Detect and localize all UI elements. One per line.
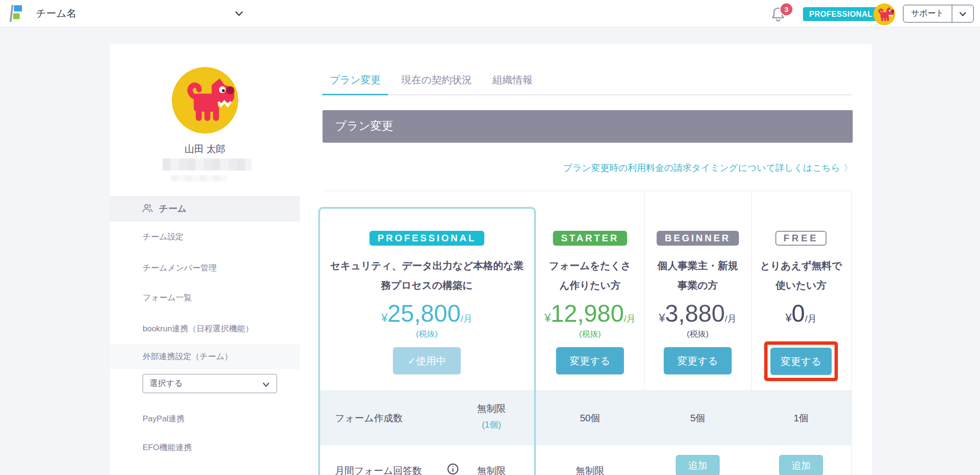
tab-organization-info[interactable]: 組織情報 — [485, 73, 540, 94]
plan-description-free: とりあえず無料で使いたい方 — [757, 256, 845, 295]
current-plan-badge: PROFESSIONAL — [803, 7, 879, 21]
select-chevron-icon — [261, 378, 271, 389]
plan-badge-professional: PROFESSIONAL — [369, 231, 484, 246]
team-name[interactable]: チーム名 — [36, 0, 77, 27]
sidebar-item-efo-integration[interactable]: EFO機能連携 — [110, 435, 300, 460]
price-amount: 3,880 — [665, 300, 725, 327]
currency-symbol: ¥ — [786, 312, 792, 324]
info-icon[interactable] — [446, 463, 459, 475]
plan-description-professional: セキュリティ、データ出力など本格的な業務プロセスの構築に — [326, 256, 527, 295]
add-button-free[interactable]: 追加 — [779, 455, 823, 475]
notification-count-badge: 3 — [780, 2, 793, 16]
cell-professional-monthly-responses: 無制限 — [458, 464, 525, 475]
price-amount: 0 — [791, 300, 805, 327]
column-divider — [851, 192, 852, 475]
feature-label-monthly-responses: 月間フォーム回答数 — [335, 464, 422, 475]
section-title-bar: プラン変更 — [323, 110, 853, 143]
formrun-logo-icon — [9, 4, 23, 23]
price-period: /月 — [461, 314, 472, 324]
price-period: /月 — [624, 314, 635, 324]
user-avatar[interactable] — [873, 3, 895, 25]
cell-starter-monthly-responses: 無制限 — [557, 464, 624, 475]
currency-symbol: ¥ — [545, 312, 551, 324]
sidebar-section-team-label: チーム — [159, 203, 187, 215]
plan-badge-starter: STARTER — [553, 231, 627, 246]
cell-professional-form-count: 無制限 — [458, 402, 525, 415]
current-plan-button[interactable]: ✓使用中 — [393, 347, 461, 374]
integration-select-value: 選択する — [150, 379, 183, 388]
change-plan-button-starter[interactable]: 変更する — [556, 347, 624, 374]
currency-symbol: ¥ — [659, 312, 665, 324]
link-chevron-icon: 〉 — [844, 163, 853, 173]
add-button-beginner[interactable]: 追加 — [676, 455, 720, 475]
cell-professional-form-count-note: (1個) — [458, 419, 525, 430]
sidebar-item-team-settings[interactable]: チーム設定 — [110, 225, 300, 249]
current-plan-button-label: 使用中 — [416, 355, 446, 366]
tab-plan-change[interactable]: プラン変更 — [322, 73, 388, 94]
sidebar-section-team: チーム — [110, 196, 300, 221]
plan-price-beginner: ¥3,880/月 — [659, 300, 736, 333]
billing-timing-link-text[interactable]: プラン変更時の利用料金の請求タイミングについて詳しくはこちら — [563, 163, 840, 173]
team-people-icon — [142, 202, 154, 216]
tab-current-contract[interactable]: 現在の契約状況 — [393, 73, 479, 94]
feature-label-form-count: フォーム作成数 — [335, 412, 402, 425]
sidebar-item-external-integrations[interactable]: 外部連携設定（チーム） — [110, 344, 300, 369]
price-period: /月 — [725, 314, 736, 324]
integration-select[interactable]: 選択する — [143, 374, 277, 393]
sidebar-item-form-list[interactable]: フォーム一覧 — [110, 285, 300, 310]
price-period: /月 — [805, 314, 816, 324]
top-bar: チーム名 3 PROFESSIONAL — [0, 0, 980, 27]
app-window: チーム名 3 PROFESSIONAL — [0, 0, 980, 475]
plan-badge-beginner: BEGINNER — [657, 231, 739, 246]
cell-free-form-count: 1個 — [768, 412, 835, 425]
plan-price-free: ¥0/月 — [786, 300, 817, 333]
content-card: 山田 太郎 チーム チーム設定 チームメンバー管理 フォーム一覧 bookrun… — [110, 44, 872, 475]
support-label[interactable]: サポート — [903, 5, 952, 22]
user-meta-redacted — [171, 175, 227, 181]
sidebar-item-team-members[interactable]: チームメンバー管理 — [110, 256, 300, 281]
change-plan-button-beginner[interactable]: 変更する — [664, 347, 732, 374]
plan-change-panel: プラン変更 現在の契約状況 組織情報 プラン変更 プラン変更時の利用料金の請求タ… — [300, 44, 872, 475]
tax-note-starter: (税抜) — [579, 328, 601, 339]
sidebar-item-paypal-integration[interactable]: PayPal連携 — [110, 407, 300, 431]
user-email-redacted — [163, 158, 252, 170]
support-chevron-icon[interactable] — [952, 5, 973, 22]
plan-badge-free: FREE — [775, 231, 826, 246]
sidebar-item-bookrun-integration[interactable]: bookrun連携（日程選択機能） — [110, 317, 300, 341]
cell-starter-form-count: 50個 — [557, 412, 624, 425]
plan-price-professional: ¥25,800/月 — [381, 300, 472, 333]
plan-description-starter: フォームをたくさん作りたい方 — [546, 256, 634, 295]
cell-beginner-form-count: 5個 — [664, 412, 731, 425]
tutorial-highlight-box: 変更する — [764, 341, 838, 381]
support-button[interactable]: サポート — [903, 5, 974, 23]
profile-avatar — [172, 67, 238, 134]
tax-note-professional: (税抜) — [416, 328, 437, 339]
team-switcher-chevron-icon[interactable] — [233, 7, 245, 20]
plan-description-beginner: 個人事業主・新規事業の方 — [654, 256, 741, 295]
price-amount: 12,980 — [551, 300, 624, 327]
settings-tabs: プラン変更 現在の契約状況 組織情報 — [322, 44, 853, 95]
table-top-divider — [323, 191, 853, 191]
currency-symbol: ¥ — [381, 312, 388, 324]
plan-price-starter: ¥12,980/月 — [545, 300, 635, 333]
price-amount: 25,800 — [388, 300, 461, 327]
billing-timing-link[interactable]: プラン変更時の利用料金の請求タイミングについて詳しくはこちら〉 — [563, 162, 853, 174]
tax-note-beginner: (税抜) — [687, 328, 708, 339]
check-icon: ✓ — [408, 355, 416, 366]
change-plan-button-free[interactable]: 変更する — [770, 348, 832, 375]
user-name: 山田 太郎 — [110, 143, 300, 156]
settings-sidebar: 山田 太郎 チーム チーム設定 チームメンバー管理 フォーム一覧 bookrun… — [110, 44, 300, 475]
